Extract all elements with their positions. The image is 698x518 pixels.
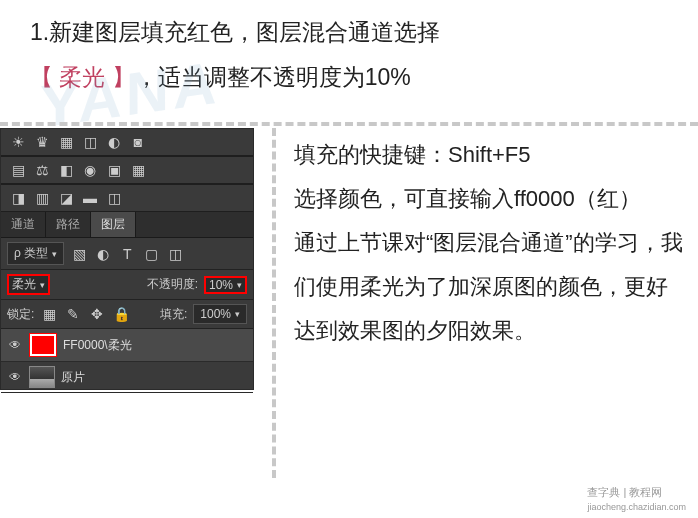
kind-filter-label: ρ 类型: [14, 245, 48, 262]
filter-smart-icon[interactable]: ◫: [166, 245, 184, 263]
instruction-line1: 1.新建图层填充红色，图层混合通道选择: [30, 19, 440, 45]
side-p3: 通过上节课对“图层混合通道”的学习，我们使用柔光为了加深原图的颜色，更好达到效果…: [294, 221, 683, 353]
swatch-icon[interactable]: ▦: [57, 133, 75, 151]
fill-value: 100%: [200, 307, 231, 321]
levels-icon[interactable]: ◫: [81, 133, 99, 151]
layer-name-2: 原片: [61, 369, 85, 386]
chevron-down-icon: ▾: [237, 280, 242, 290]
mixer-icon[interactable]: ▣: [105, 161, 123, 179]
brightness-icon[interactable]: ☀: [9, 133, 27, 151]
toolbar-row-1: ☀ ♛ ▦ ◫ ◐ ◙: [1, 129, 253, 156]
horizontal-divider: [0, 122, 698, 126]
exposure-icon[interactable]: ◙: [129, 133, 147, 151]
panel-tabs: 通道 路径 图层: [1, 212, 253, 238]
opacity-input[interactable]: 10% ▾: [204, 276, 247, 294]
lock-fill-row: 锁定: ▦ ✎ ✥ 🔒 填充: 100% ▾: [1, 300, 253, 329]
lock-transparent-icon[interactable]: ▦: [40, 305, 58, 323]
vibrance-icon[interactable]: ▤: [9, 161, 27, 179]
blend-mode-value: 柔光: [12, 276, 36, 293]
lock-label: 锁定:: [7, 306, 34, 323]
opacity-label: 不透明度:: [147, 276, 198, 293]
posterize-icon[interactable]: ▥: [33, 189, 51, 207]
selective-color-icon[interactable]: ◫: [105, 189, 123, 207]
layer-row-1[interactable]: 👁 FF0000\柔光: [1, 329, 253, 362]
layer-thumbnail-photo[interactable]: [29, 366, 55, 388]
layer-filter-row: ρ 类型 ▾ ▧ ◐ T ▢ ◫: [1, 238, 253, 270]
toolbar-row-2: ▤ ⚖ ◧ ◉ ▣ ▦: [1, 156, 253, 184]
tab-layers[interactable]: 图层: [91, 212, 136, 237]
filter-adjust-icon[interactable]: ◐: [94, 245, 112, 263]
side-p2: 选择颜色，可直接输入ff0000（红）: [294, 177, 683, 221]
chevron-down-icon: ▾: [52, 249, 57, 259]
side-p1: 填充的快捷键：Shift+F5: [294, 133, 683, 177]
gradient-map-icon[interactable]: ▬: [81, 189, 99, 207]
site-name: 查字典 | 教程网: [587, 486, 662, 498]
visibility-icon[interactable]: 👁: [7, 338, 23, 352]
vertical-divider: [272, 128, 276, 478]
blend-mode-select[interactable]: 柔光 ▾: [7, 274, 50, 295]
chevron-down-icon: ▾: [235, 309, 240, 319]
layer-thumbnail-red[interactable]: [29, 333, 57, 357]
filter-shape-icon[interactable]: ▢: [142, 245, 160, 263]
lookup-icon[interactable]: ▦: [129, 161, 147, 179]
layer-name-1: FF0000\柔光: [63, 337, 132, 354]
curves-icon[interactable]: ◐: [105, 133, 123, 151]
lock-all-icon[interactable]: 🔒: [112, 305, 130, 323]
filter-pixel-icon[interactable]: ▧: [70, 245, 88, 263]
balance-icon[interactable]: ⚖: [33, 161, 51, 179]
threshold-icon[interactable]: ◪: [57, 189, 75, 207]
photo-filter-icon[interactable]: ◉: [81, 161, 99, 179]
bw-icon[interactable]: ◧: [57, 161, 75, 179]
kind-filter[interactable]: ρ 类型 ▾: [7, 242, 64, 265]
site-url: jiaocheng.chazidian.com: [587, 502, 686, 512]
fill-label: 填充:: [160, 306, 187, 323]
opacity-value: 10%: [209, 278, 233, 292]
tab-channels[interactable]: 通道: [1, 212, 46, 237]
invert-icon[interactable]: ◨: [9, 189, 27, 207]
tab-paths[interactable]: 路径: [46, 212, 91, 237]
layers-panel: ☀ ♛ ▦ ◫ ◐ ◙ ▤ ⚖ ◧ ◉ ▣ ▦ ◨ ▥ ◪ ▬ ◫ 通道 路径 …: [0, 128, 254, 390]
lock-paint-icon[interactable]: ✎: [64, 305, 82, 323]
site-watermark: 查字典 | 教程网 jiaocheng.chazidian.com: [583, 484, 690, 513]
blend-opacity-row: 柔光 ▾ 不透明度: 10% ▾: [1, 270, 253, 300]
fill-input[interactable]: 100% ▾: [193, 304, 247, 324]
layer-row-2[interactable]: 👁 原片: [1, 362, 253, 393]
crown-icon[interactable]: ♛: [33, 133, 51, 151]
lock-move-icon[interactable]: ✥: [88, 305, 106, 323]
chevron-down-icon: ▾: [40, 280, 45, 290]
visibility-icon[interactable]: 👁: [7, 370, 23, 384]
side-explanation: 填充的快捷键：Shift+F5 选择颜色，可直接输入ff0000（红） 通过上节…: [294, 128, 698, 478]
filter-type-icon[interactable]: T: [118, 245, 136, 263]
toolbar-row-3: ◨ ▥ ◪ ▬ ◫: [1, 184, 253, 212]
